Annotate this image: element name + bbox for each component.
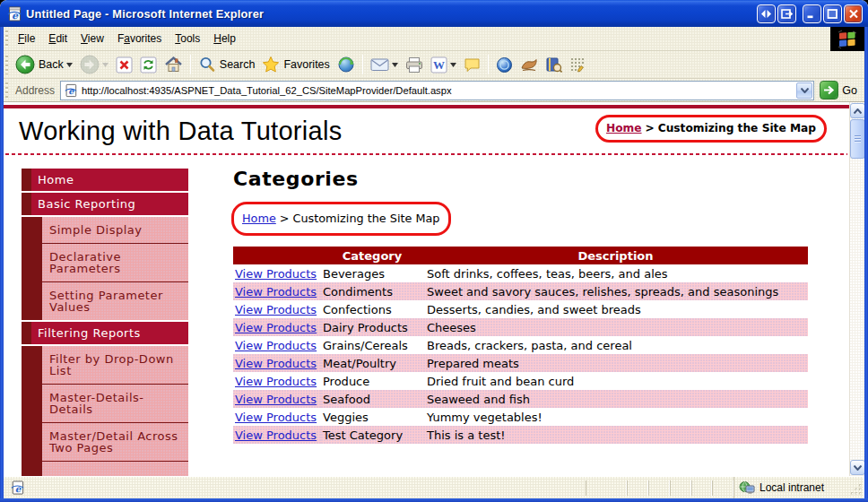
menubar-grip[interactable] bbox=[5, 30, 8, 47]
addressbar-grip[interactable] bbox=[5, 82, 8, 99]
breadcrumb-home-link[interactable]: Home bbox=[606, 122, 642, 134]
sitemappath-separator: > bbox=[280, 212, 290, 225]
menu-view[interactable]: View bbox=[74, 29, 110, 48]
sidebar-item-simple-display[interactable]: Simple Display bbox=[22, 217, 188, 244]
search-button[interactable]: Search bbox=[195, 54, 259, 75]
view-products-link[interactable]: View Products bbox=[235, 357, 317, 370]
sidebar-menu: Home Basic Reporting Simple Display Decl… bbox=[22, 169, 188, 476]
svg-text:e: e bbox=[68, 86, 74, 96]
main-content: Categories Home > Customizing the Site M… bbox=[233, 155, 825, 444]
view-products-link[interactable]: View Products bbox=[235, 303, 317, 316]
scrollbar-thumb[interactable] bbox=[850, 119, 865, 159]
sitemappath-current: Customizing the Site Map bbox=[293, 212, 440, 225]
page-body: Home Basic Reporting Simple Display Decl… bbox=[4, 155, 849, 476]
messenger-icon bbox=[496, 56, 513, 74]
edit-with-word-button[interactable]: W bbox=[427, 55, 460, 75]
home-button[interactable] bbox=[161, 54, 187, 75]
view-products-link[interactable]: View Products bbox=[235, 428, 317, 442]
sidebar-item-declarative-parameters[interactable]: Declarative Parameters bbox=[22, 244, 188, 282]
status-pane bbox=[586, 480, 627, 496]
addon-grid-button[interactable] bbox=[566, 55, 589, 74]
svg-text:W: W bbox=[433, 58, 445, 72]
back-label: Back bbox=[39, 58, 64, 71]
minimize-button[interactable] bbox=[803, 4, 821, 23]
forward-button[interactable] bbox=[76, 53, 112, 76]
history-button[interactable] bbox=[334, 54, 359, 75]
sidebar-item-setting-parameter-values[interactable]: Setting Parameter Values bbox=[22, 282, 188, 320]
chevron-down-icon bbox=[801, 88, 809, 93]
back-icon bbox=[15, 55, 35, 74]
address-input[interactable]: e http://localhost:4935/ASPNET_Data_Tuto… bbox=[60, 81, 814, 100]
sidebar-item-filter-by-dropdown-list[interactable]: Filter by Drop-Down List bbox=[22, 346, 188, 385]
address-dropdown-button[interactable] bbox=[796, 82, 812, 99]
go-button[interactable] bbox=[820, 81, 838, 100]
view-products-link[interactable]: View Products bbox=[235, 321, 317, 334]
table-row: View ProductsDairy ProductsCheeses bbox=[233, 318, 808, 336]
discuss-icon bbox=[464, 57, 481, 73]
mail-button[interactable] bbox=[367, 56, 402, 74]
local-intranet-icon bbox=[739, 481, 755, 495]
view-products-link[interactable]: View Products bbox=[235, 393, 317, 406]
ie-window: e Untitled Page - Microsoft Internet Exp… bbox=[0, 0, 868, 502]
view-products-link[interactable]: View Products bbox=[235, 375, 317, 388]
home-icon bbox=[164, 56, 183, 74]
host-resize-button[interactable] bbox=[757, 4, 776, 23]
page-favicon: e bbox=[64, 83, 77, 98]
toolbar-separator bbox=[362, 55, 363, 74]
back-button[interactable]: Back bbox=[12, 53, 76, 76]
menu-file[interactable]: File bbox=[12, 29, 41, 48]
refresh-button[interactable] bbox=[136, 55, 161, 75]
sidebar-item-home[interactable]: Home bbox=[22, 169, 188, 191]
site-title: Working with Data Tutorials bbox=[19, 117, 343, 146]
menu-favorites[interactable]: Favorites bbox=[111, 29, 168, 48]
sidebar-item-basic-reporting[interactable]: Basic Reporting bbox=[22, 193, 188, 215]
svg-text:e: e bbox=[12, 9, 19, 21]
mail-dropdown-icon bbox=[392, 63, 398, 67]
sitemappath-home-link[interactable]: Home bbox=[242, 212, 276, 225]
favorites-button[interactable]: Favorites bbox=[258, 54, 333, 75]
view-products-link[interactable]: View Products bbox=[235, 411, 317, 424]
vertical-scrollbar[interactable] bbox=[849, 102, 864, 476]
scrollbar-thumb-grip bbox=[855, 135, 861, 143]
scroll-up-button[interactable] bbox=[850, 103, 865, 118]
sidebar-item-filtering-reports[interactable]: Filtering Reports bbox=[22, 322, 188, 344]
print-button[interactable] bbox=[402, 55, 427, 75]
table-header-row: Category Description bbox=[233, 247, 808, 264]
header-category: Category bbox=[321, 247, 423, 264]
address-bar: Address e http://localhost:4935/ASPNET_D… bbox=[4, 79, 864, 102]
messenger-button[interactable] bbox=[492, 55, 516, 75]
encyclopedia-button[interactable] bbox=[542, 55, 566, 74]
menu-edit[interactable]: Edit bbox=[42, 29, 74, 48]
menu-tools[interactable]: Tools bbox=[169, 29, 206, 48]
security-zone-pane: Local intranet bbox=[733, 477, 864, 498]
research-button[interactable] bbox=[516, 56, 542, 74]
sidebar-item-master-detail-across-two-pages[interactable]: Master/Detail Across Two Pages bbox=[22, 423, 188, 462]
dotted-grid-icon bbox=[569, 56, 586, 73]
go-arrow-icon bbox=[823, 85, 835, 95]
windows-logo-throbber bbox=[830, 27, 864, 51]
view-products-link[interactable]: View Products bbox=[235, 285, 317, 299]
toolbar-grip[interactable] bbox=[5, 56, 8, 74]
view-products-link[interactable]: View Products bbox=[235, 267, 317, 281]
title-bar[interactable]: e Untitled Page - Microsoft Internet Exp… bbox=[0, 0, 868, 27]
discuss-button[interactable] bbox=[460, 56, 484, 74]
scroll-down-button[interactable] bbox=[850, 460, 865, 475]
back-dropdown-icon bbox=[66, 63, 73, 67]
status-pane bbox=[627, 480, 648, 496]
search-label: Search bbox=[220, 58, 256, 71]
close-button[interactable] bbox=[844, 4, 863, 23]
window-resize-grip[interactable] bbox=[851, 484, 863, 496]
table-row: View ProductsBeveragesSoft drinks, coffe… bbox=[233, 264, 808, 282]
breadcrumb-annotation-main: Home > Customizing the Site Map bbox=[231, 202, 451, 236]
view-products-link[interactable]: View Products bbox=[235, 339, 317, 352]
sidebar-item-master-details-details[interactable]: Master-Details-Details bbox=[22, 385, 188, 423]
print-icon bbox=[405, 56, 423, 74]
sidebar-item-clipped[interactable] bbox=[22, 462, 188, 476]
maximize-button[interactable] bbox=[823, 4, 842, 23]
menu-help[interactable]: Help bbox=[207, 29, 242, 48]
stop-button[interactable] bbox=[112, 55, 136, 75]
table-row: View ProductsTest CategoryThis is a test… bbox=[233, 426, 808, 444]
host-popout-button[interactable] bbox=[777, 4, 796, 23]
header-description: Description bbox=[423, 247, 808, 264]
forward-icon bbox=[80, 55, 100, 74]
